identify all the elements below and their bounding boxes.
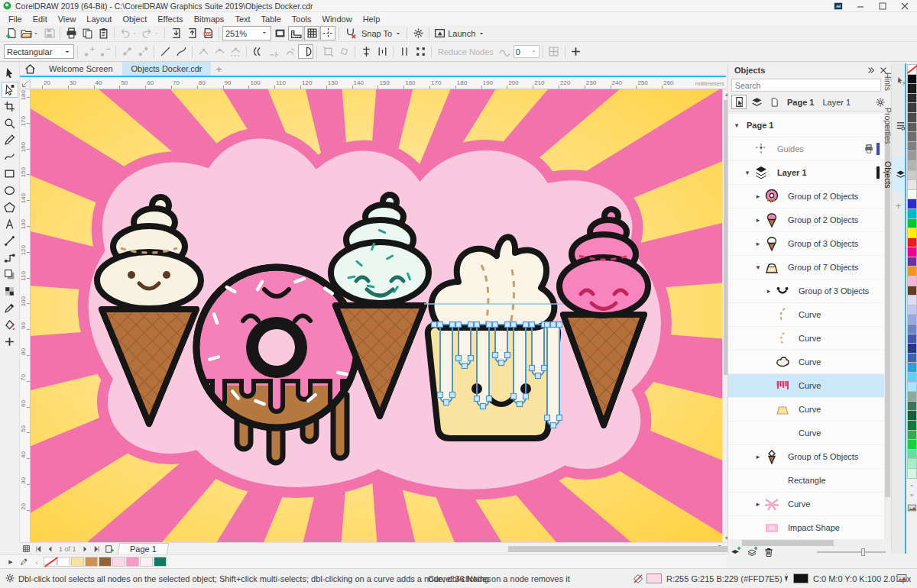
pick-tool[interactable] [2, 65, 18, 81]
two-point-line-tool[interactable] [2, 233, 18, 249]
tree-row-2[interactable]: ▾Layer 1 [728, 161, 886, 185]
new-document-button[interactable] [3, 26, 18, 40]
palette-swatch-10[interactable] [907, 160, 917, 171]
palette-swatch-17[interactable] [907, 228, 917, 238]
tree-expander[interactable]: ▸ [754, 500, 762, 508]
join-nodes-button[interactable] [119, 44, 134, 59]
tree-row-12[interactable]: Curve [728, 398, 886, 422]
tree-row-11[interactable]: Curve [728, 374, 886, 398]
color-eyedropper-tool[interactable] [2, 300, 18, 316]
launch-dropdown[interactable]: Launch [433, 26, 487, 40]
palette-swatch-0[interactable] [907, 64, 917, 75]
elastic-mode-button[interactable] [397, 44, 412, 59]
cusp-node-button[interactable] [196, 44, 211, 59]
stretch-nodes-button[interactable] [320, 44, 335, 59]
docker-collapse-icon[interactable] [867, 66, 876, 75]
delete-node-button[interactable] [97, 44, 112, 59]
crop-tool[interactable] [2, 99, 18, 115]
tree-row-4[interactable]: ▸Group of 2 Objects [728, 208, 886, 232]
palette-swatch-3[interactable] [907, 93, 917, 104]
palette-swatch-6[interactable] [907, 122, 917, 133]
tree-row-5[interactable]: ▸Group of 3 Objects [728, 232, 886, 256]
close-button[interactable] [896, 1, 914, 11]
add-docker-button[interactable]: + [896, 200, 902, 212]
distribute-nodes-button[interactable] [374, 44, 390, 59]
palette-swatch-32[interactable] [907, 372, 917, 383]
outline-color-swatch[interactable] [793, 573, 808, 583]
last-page-button[interactable] [91, 544, 103, 554]
menu-layout[interactable]: Layout [81, 14, 117, 24]
palette-swatch-29[interactable] [907, 343, 917, 354]
docker-tab-hints[interactable]: ? Hints [892, 68, 906, 95]
menu-bitmaps[interactable]: Bitmaps [189, 14, 230, 24]
add-tools-button[interactable] [2, 334, 18, 350]
tree-expander[interactable]: ▸ [754, 240, 762, 247]
docker-layer-label[interactable]: Layer 1 [819, 98, 854, 107]
copy-button[interactable] [79, 26, 95, 40]
tree-row-15[interactable]: Rectangle [728, 469, 886, 493]
show-rulers-button[interactable] [288, 26, 303, 40]
palette-swatch-2[interactable] [907, 83, 917, 94]
extract-subpath-button[interactable] [282, 44, 297, 59]
layer-color-bar[interactable] [876, 166, 880, 179]
palette-swatch-42[interactable] [907, 468, 917, 479]
show-guidelines-button[interactable] [320, 26, 335, 40]
app-thumbnail-icon[interactable] [829, 1, 847, 11]
ellipse-tool[interactable] [2, 183, 18, 199]
connector-tool[interactable] [2, 250, 18, 266]
palette-swatch-24[interactable] [907, 295, 917, 305]
tree-row-3[interactable]: ▸Group of 2 Objects [728, 185, 886, 208]
palette-swatch-12[interactable] [907, 179, 917, 190]
import-button[interactable] [168, 26, 183, 40]
save-button[interactable] [41, 26, 57, 40]
page-icon[interactable] [766, 95, 782, 109]
palette-swatch-21[interactable] [907, 266, 917, 276]
previous-page-button[interactable] [44, 544, 57, 554]
status-image-icon[interactable] [896, 573, 908, 583]
align-nodes-button[interactable] [358, 44, 374, 59]
palette-swatch-31[interactable] [907, 362, 917, 373]
menu-table[interactable]: Table [256, 14, 287, 24]
show-grid-button[interactable] [304, 26, 319, 40]
docker-tab-properties[interactable]: Properties [892, 103, 906, 149]
rotate-skew-nodes-button[interactable] [336, 44, 352, 59]
layer-manager-icon[interactable] [749, 95, 764, 109]
zoom-tool[interactable] [2, 115, 18, 131]
palette-swatch-41[interactable] [907, 458, 917, 469]
tree-row-17[interactable]: Impact Shape [728, 516, 886, 540]
tree-row-7[interactable]: ▸Group of 3 Objects [728, 279, 886, 303]
tree-row-10[interactable]: Curve [728, 351, 886, 374]
vertical-ruler[interactable]: 1801701601501401301201101009080706050403… [20, 89, 31, 542]
palette-swatch-7[interactable] [907, 131, 917, 142]
palette-swatch-11[interactable] [907, 170, 917, 181]
select-all-nodes-button[interactable] [413, 44, 428, 59]
palette-swatch-9[interactable] [907, 150, 917, 161]
text-tool[interactable] [2, 216, 18, 232]
document-swatch-3[interactable] [85, 557, 98, 567]
tree-row-16[interactable]: ▸Curve [728, 493, 886, 516]
layer-color-bar[interactable] [876, 143, 880, 155]
tree-expander[interactable]: ▾ [744, 169, 751, 176]
document-swatch-1[interactable] [57, 557, 70, 567]
customize-property-bar-button[interactable] [569, 44, 584, 59]
tree-expander[interactable]: ▸ [754, 453, 762, 460]
horizontal-ruler[interactable]: 2030405060708090100110120130140150160170… [31, 79, 726, 89]
new-tab-button[interactable]: + [211, 62, 226, 76]
tree-row-8[interactable]: Curve [728, 303, 886, 327]
document-swatch-5[interactable] [112, 557, 125, 567]
palette-swatch-15[interactable] [907, 208, 917, 219]
docpalette-eyedropper-icon[interactable] [18, 557, 30, 567]
docker-horizontal-scrollbar[interactable] [731, 540, 881, 546]
smooth-node-button[interactable] [212, 44, 227, 59]
fill-color-swatch[interactable] [646, 573, 662, 583]
shape-mode-combo[interactable]: Rectangular [4, 44, 74, 59]
page-tab[interactable]: Page 1 [117, 543, 168, 554]
document-tab-1[interactable]: Objects Docker.cdr [122, 62, 212, 76]
tree-row-14[interactable]: ▸Group of 5 Objects [728, 445, 886, 469]
export-button[interactable] [184, 26, 199, 40]
palette-swatch-14[interactable] [907, 199, 917, 209]
docker-page-label[interactable]: Page 1 [784, 98, 817, 107]
curve-smoothness-icon[interactable] [497, 44, 513, 59]
freehand-tool[interactable] [2, 132, 18, 148]
document-swatch-4[interactable] [99, 557, 112, 567]
